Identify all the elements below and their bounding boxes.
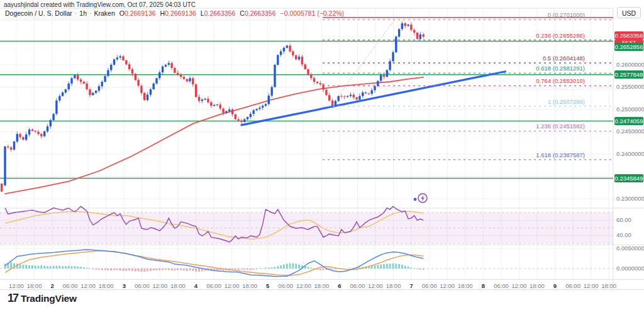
fib-level-label: 1.236 (0.2451582) bbox=[536, 123, 585, 130]
level-price-label: 0.2345849 bbox=[614, 174, 643, 182]
fib-level-label: 1 (0.2507296) bbox=[548, 99, 585, 105]
fib-level-label: 0.5 (0.2604148) bbox=[543, 55, 585, 62]
price-tick: 0.2450000 bbox=[616, 128, 644, 135]
last-price-label: 0.2663356 bbox=[614, 31, 643, 40]
ohlc-item: C0.2663356 bbox=[240, 9, 275, 17]
tradingview-logo[interactable]: 17 TradingView bbox=[8, 292, 77, 305]
legend-separator: · bbox=[75, 9, 77, 17]
price-tick: 0.2400000 bbox=[616, 150, 644, 157]
fib-level-label: 0.764 (0.2553010) bbox=[536, 78, 585, 84]
price-tick: 0.0000000 bbox=[616, 265, 644, 272]
price-tick: 40.00 bbox=[616, 231, 631, 238]
interval-label: 1h bbox=[79, 9, 87, 17]
tradingview-mark-icon: 17 bbox=[8, 292, 18, 305]
fib-level-label: 1.618 (0.2387587) bbox=[536, 152, 585, 158]
exchange-label: Kraken bbox=[94, 9, 114, 17]
fib-level-label: 0.618 (0.2581291) bbox=[536, 65, 585, 72]
price-tick: 0.2550000 bbox=[616, 83, 644, 90]
price-tick: 0.2500000 bbox=[616, 106, 644, 113]
change-value: −0.0005781 (−0.22%) bbox=[280, 9, 345, 17]
level-price-label: 0.2577848 bbox=[614, 70, 643, 79]
fib-level-label: 0.236 (0.2655286) bbox=[536, 33, 585, 39]
tradingview-wordmark: TradingView bbox=[21, 293, 77, 304]
price-tick: 0.2300000 bbox=[616, 195, 644, 202]
legend-separator: · bbox=[89, 9, 92, 17]
ohlc-item: O0.2669136 bbox=[119, 9, 156, 17]
dot-icon bbox=[414, 198, 417, 201]
bolt-icon bbox=[421, 196, 425, 202]
level-price-label: 0.2652856 bbox=[614, 43, 643, 51]
replay-icon[interactable] bbox=[413, 192, 430, 206]
price-tick: 0.2600000 bbox=[616, 61, 644, 68]
ohlc-values: O0.2669136H0.2669136L0.2663356C0.2663356… bbox=[115, 9, 344, 17]
ohlc-item: H0.2669136 bbox=[160, 9, 196, 17]
symbol-title[interactable]: Dogecoin / U. S. Dollar bbox=[5, 9, 72, 17]
level-price-label: 0.2474059 bbox=[614, 117, 643, 125]
fib-level-label: 0 (0.2701000) bbox=[548, 12, 585, 18]
time-tick: 18:00 bbox=[598, 282, 619, 289]
ohlc-item: L0.2663356 bbox=[201, 9, 235, 17]
price-tick: 0.0050000 bbox=[616, 245, 644, 252]
chart-root: aayushjindal created with TradingView.co… bbox=[0, 0, 644, 310]
symbol-legend[interactable]: Dogecoin / U. S. Dollar·1h·KrakenO0.2669… bbox=[5, 9, 344, 17]
currency-button[interactable]: USD bbox=[617, 7, 641, 18]
price-tick: 60.00 bbox=[616, 216, 631, 223]
